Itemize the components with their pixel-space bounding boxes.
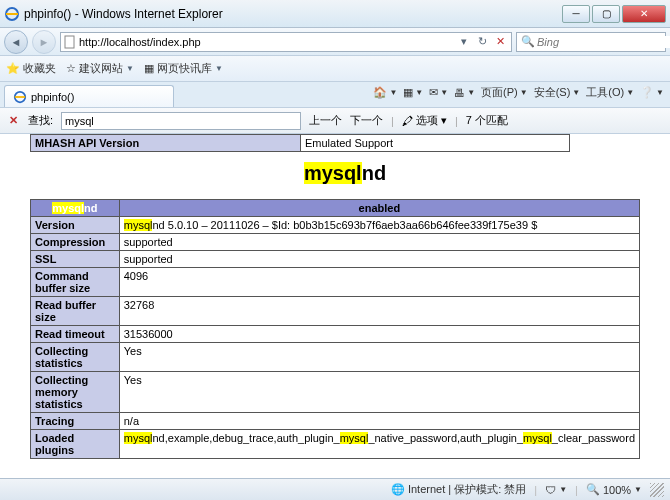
- directive-name: Read timeout: [31, 326, 120, 343]
- address-bar[interactable]: ▾ ↻ ✕: [60, 32, 512, 52]
- tab-phpinfo[interactable]: phpinfo(): [4, 85, 174, 107]
- directive-value: Yes: [119, 372, 639, 413]
- table-row: Collecting statisticsYes: [31, 343, 640, 372]
- maximize-button[interactable]: ▢: [592, 5, 620, 23]
- address-dropdown-icon[interactable]: ▾: [455, 33, 473, 51]
- status-bar: 🌐Internet | 保护模式: 禁用 | 🛡▼ | 🔍100%▼: [0, 478, 670, 500]
- directive-value: mysqlnd 5.0.10 – 20111026 – $Id: b0b3b15…: [119, 217, 639, 234]
- table-row: SSLsupported: [31, 251, 640, 268]
- directive-name: Loaded plugins: [31, 430, 120, 459]
- shield-off-icon: 🛡: [545, 484, 556, 496]
- chevron-down-icon: ▼: [126, 64, 134, 73]
- directive-value: 4096: [119, 268, 639, 297]
- directive-name: Collecting statistics: [31, 343, 120, 372]
- chevron-down-icon: ▼: [559, 485, 567, 494]
- table-row: Collecting memory statisticsYes: [31, 372, 640, 413]
- directive-name: Version: [31, 217, 120, 234]
- web-slice[interactable]: ▦网页快讯库▼: [144, 61, 223, 76]
- mail-icon: ✉: [429, 86, 438, 99]
- minimize-button[interactable]: ─: [562, 5, 590, 23]
- find-close-button[interactable]: ✕: [6, 114, 20, 128]
- globe-icon: 🌐: [391, 483, 405, 496]
- directive-name: Read buffer size: [31, 297, 120, 326]
- feed-icon: ▦: [403, 86, 413, 99]
- directive-name: Tracing: [31, 413, 120, 430]
- search-input[interactable]: [537, 36, 670, 48]
- window-title: phpinfo() - Windows Internet Explorer: [24, 7, 562, 21]
- home-button[interactable]: 🏠▼: [373, 86, 397, 99]
- highlight-icon: 🖍: [402, 115, 413, 127]
- find-label: 查找:: [28, 113, 53, 128]
- svg-rect-1: [65, 36, 74, 48]
- directive-name: Compression: [31, 234, 120, 251]
- feeds-button[interactable]: ▦▼: [403, 86, 423, 99]
- tab-strip: phpinfo() 🏠▼ ▦▼ ✉▼ 🖶▼ 页面(P)▼ 安全(S)▼ 工具(O…: [0, 82, 670, 108]
- table-row: Read timeout31536000: [31, 326, 640, 343]
- find-match-count: 7 个匹配: [466, 113, 508, 128]
- zoom-icon: 🔍: [586, 483, 600, 496]
- table-row: Read buffer size32768: [31, 297, 640, 326]
- help-icon: ❔: [640, 86, 654, 99]
- nav-toolbar: ◄ ► ▾ ↻ ✕ 🔍: [0, 28, 670, 56]
- search-icon: 🔍: [521, 35, 535, 48]
- find-prev-button[interactable]: 上一个: [309, 113, 342, 128]
- star-icon: ⭐: [6, 62, 20, 75]
- refresh-icon[interactable]: ↻: [473, 33, 491, 51]
- close-button[interactable]: ✕: [622, 5, 666, 23]
- table-row: Command buffer size4096: [31, 268, 640, 297]
- search-box[interactable]: 🔍: [516, 32, 666, 52]
- mail-button[interactable]: ✉▼: [429, 86, 448, 99]
- table-row: Versionmysqlnd 5.0.10 – 20111026 – $Id: …: [31, 217, 640, 234]
- page-icon: [63, 35, 77, 49]
- directive-name: Command buffer size: [31, 268, 120, 297]
- directive-value: n/a: [119, 413, 639, 430]
- mhash-table: MHASH API Version Emulated Support: [30, 134, 660, 152]
- table-row: Compressionsupported: [31, 234, 640, 251]
- directive-value: 32768: [119, 297, 639, 326]
- printer-icon: 🖶: [454, 87, 465, 99]
- find-input[interactable]: [61, 112, 301, 130]
- resize-grip[interactable]: [650, 483, 664, 497]
- table-header-enabled: enabled: [119, 200, 639, 217]
- section-heading-mysqlnd: mysqlnd: [30, 162, 660, 185]
- directive-name: SSL: [31, 251, 120, 268]
- table-row: Loaded pluginsmysqlnd,example,debug_trac…: [31, 430, 640, 459]
- safety-menu[interactable]: 安全(S)▼: [534, 85, 581, 100]
- print-button[interactable]: 🖶▼: [454, 87, 475, 99]
- directive-value: 31536000: [119, 326, 639, 343]
- directive-name: Collecting memory statistics: [31, 372, 120, 413]
- tab-label: phpinfo(): [31, 91, 74, 103]
- forward-button[interactable]: ►: [32, 30, 56, 54]
- directive-value: mysqlnd,example,debug_trace,auth_plugin_…: [119, 430, 639, 459]
- favorites-button[interactable]: ⭐收藏夹: [6, 61, 56, 76]
- page-viewport[interactable]: MHASH API Version Emulated Support mysql…: [0, 134, 670, 478]
- stop-icon[interactable]: ✕: [491, 33, 509, 51]
- help-button[interactable]: ❔▼: [640, 86, 664, 99]
- phpinfo-content: MHASH API Version Emulated Support mysql…: [0, 134, 670, 469]
- zoom-control[interactable]: 🔍100%▼: [586, 483, 642, 496]
- slice-icon: ▦: [144, 62, 154, 75]
- find-bar: ✕ 查找: 上一个 下一个 | 🖍选项▾ | 7 个匹配: [0, 108, 670, 134]
- back-button[interactable]: ◄: [4, 30, 28, 54]
- find-next-button[interactable]: 下一个: [350, 113, 383, 128]
- table-header-module: mysqlnd: [31, 200, 120, 217]
- ie-icon: [13, 90, 27, 104]
- mhash-label: MHASH API Version: [31, 135, 301, 152]
- home-icon: 🏠: [373, 86, 387, 99]
- find-options-button[interactable]: 🖍选项▾: [402, 113, 447, 128]
- protected-mode-toggle[interactable]: 🛡▼: [545, 484, 567, 496]
- table-row: Tracingn/a: [31, 413, 640, 430]
- directive-value: supported: [119, 251, 639, 268]
- suggested-sites[interactable]: ☆建议网站▼: [66, 61, 134, 76]
- chevron-down-icon: ▼: [215, 64, 223, 73]
- mysqlnd-table: mysqlnd enabled Versionmysqlnd 5.0.10 – …: [30, 199, 640, 459]
- page-menu[interactable]: 页面(P)▼: [481, 85, 528, 100]
- star-small-icon: ☆: [66, 62, 76, 75]
- command-bar: 🏠▼ ▦▼ ✉▼ 🖶▼ 页面(P)▼ 安全(S)▼ 工具(O)▼ ❔▼: [373, 85, 664, 100]
- window-titlebar: phpinfo() - Windows Internet Explorer ─ …: [0, 0, 670, 28]
- chevron-down-icon: ▾: [441, 114, 447, 127]
- security-zone[interactable]: 🌐Internet | 保护模式: 禁用: [391, 482, 526, 497]
- address-input[interactable]: [79, 36, 455, 48]
- directive-value: supported: [119, 234, 639, 251]
- tools-menu[interactable]: 工具(O)▼: [586, 85, 634, 100]
